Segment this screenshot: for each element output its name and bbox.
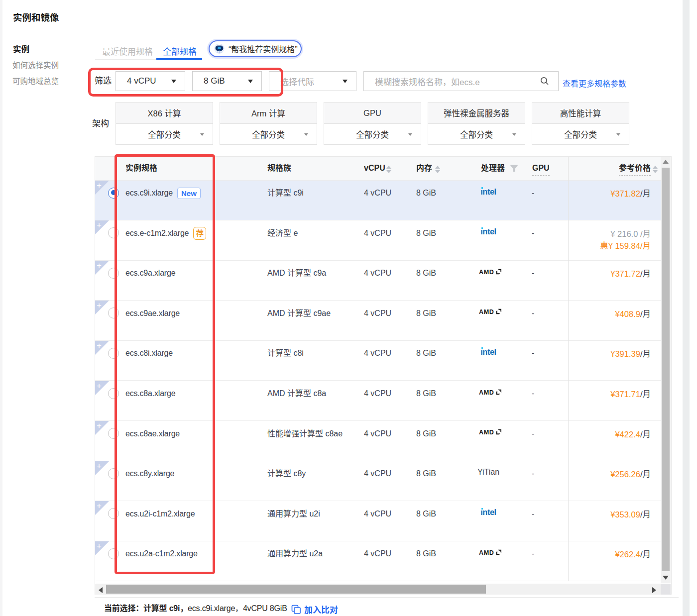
svg-text:AMD: AMD (479, 269, 494, 275)
svg-text:AMD: AMD (479, 389, 494, 395)
svg-text:AMD: AMD (479, 549, 494, 555)
svg-text:AMD: AMD (479, 308, 494, 314)
svg-text:AMD: AMD (479, 429, 494, 435)
